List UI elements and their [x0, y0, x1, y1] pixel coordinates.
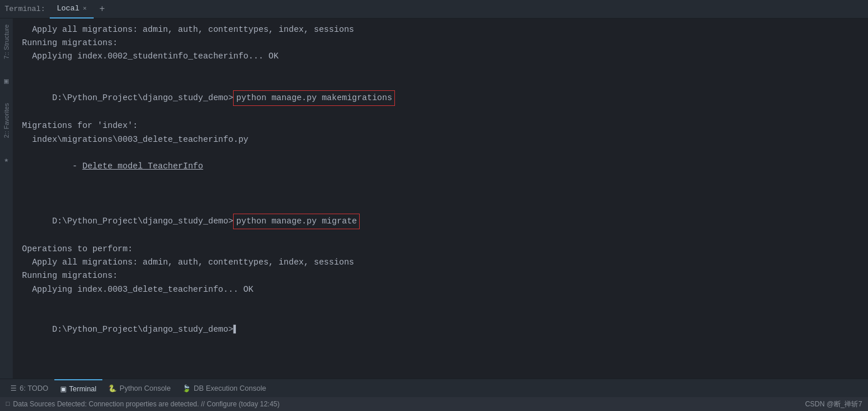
new-tab-button[interactable]: +	[96, 4, 109, 14]
command-makemigrations: python manage.py makemigrations	[233, 90, 395, 106]
python-console-label: Python Console	[120, 384, 171, 392]
status-right-text: CSDN @断_禅斩7	[805, 399, 862, 409]
cursor-blink: ▌	[233, 325, 238, 334]
status-text: Data Sources Detected: Connection proper…	[13, 400, 802, 408]
terminal-content[interactable]: Apply all migrations: admin, auth, conte…	[13, 19, 868, 379]
bottom-toolbar: ☰ 6: TODO ▣ Terminal 🐍 Python Console 🍃 …	[0, 379, 868, 397]
sidebar-icon-structure[interactable]: ▣	[4, 76, 9, 86]
blank-line-1	[22, 64, 859, 77]
terminal-line-12: Applying index.0003_delete_teacherinfo..…	[22, 283, 859, 296]
terminal-line-4: D:\Python_Project\django_study_demo>pyth…	[22, 77, 859, 120]
toolbar-todo[interactable]: ☰ 6: TODO	[5, 379, 54, 398]
terminal-icon: ▣	[60, 385, 67, 393]
toolbar-python-console[interactable]: 🐍 Python Console	[102, 379, 176, 398]
python-icon: 🐍	[108, 384, 117, 392]
tab-close-icon[interactable]: ×	[83, 5, 87, 12]
left-sidebar: 7:: Structure ▣ 2:: Favorites ★	[0, 19, 13, 379]
terminal-line-5: Migrations for 'index':	[22, 119, 859, 133]
terminal-line-13: D:\Python_Project\django_study_demo>▌	[22, 310, 859, 350]
local-tab[interactable]: Local ×	[50, 0, 94, 19]
tab-bar: Terminal: Local × +	[0, 0, 868, 19]
db-console-label: DB Execution Console	[194, 384, 266, 392]
terminal-line-2: Running migrations:	[22, 36, 859, 50]
terminal-tab-label: Terminal	[69, 385, 97, 393]
structure-label[interactable]: 7:: Structure	[3, 24, 10, 59]
main-area: 7:: Structure ▣ 2:: Favorites ★ Apply al…	[0, 19, 868, 379]
toolbar-db-console[interactable]: 🍃 DB Execution Console	[176, 379, 272, 398]
terminal-line-3: Applying index.0002_studentinfo_teacheri…	[22, 50, 859, 63]
prompt-8: D:\Python_Project\django_study_demo>	[52, 216, 233, 226]
todo-label: 6: TODO	[20, 384, 49, 392]
status-bar: □ Data Sources Detected: Connection prop…	[0, 397, 868, 411]
tab-name: Local	[57, 4, 79, 13]
terminal-line-11: Running migrations:	[22, 269, 859, 282]
db-icon: 🍃	[182, 384, 191, 392]
prompt-4: D:\Python_Project\django_study_demo>	[52, 93, 233, 102]
command-migrate: python manage.py migrate	[233, 214, 360, 229]
terminal-line-9: Operations to perform:	[22, 243, 859, 256]
delete-model-text: Delete model TeacherInfo	[82, 162, 203, 171]
toolbar-terminal[interactable]: ▣ Terminal	[54, 379, 102, 398]
terminal-line-7: - Delete model TeacherInfo	[22, 146, 859, 187]
blank-line-2	[22, 186, 859, 200]
favorites-label[interactable]: 2:: Favorites	[3, 103, 10, 138]
status-icon: □	[6, 401, 10, 408]
terminal-line-1: Apply all migrations: admin, auth, conte…	[22, 23, 859, 36]
terminal-label: Terminal:	[5, 5, 45, 13]
terminal-line-8: D:\Python_Project\django_study_demo>pyth…	[22, 200, 859, 243]
blank-line-3	[22, 296, 859, 310]
terminal-line-10: Apply all migrations: admin, auth, conte…	[22, 256, 859, 269]
terminal-line-6: index\migrations\0003_delete_teacherinfo…	[22, 133, 859, 146]
favorites-star-icon[interactable]: ★	[4, 155, 9, 164]
todo-icon: ☰	[10, 384, 17, 392]
prompt-13: D:\Python_Project\django_study_demo>	[52, 325, 233, 334]
